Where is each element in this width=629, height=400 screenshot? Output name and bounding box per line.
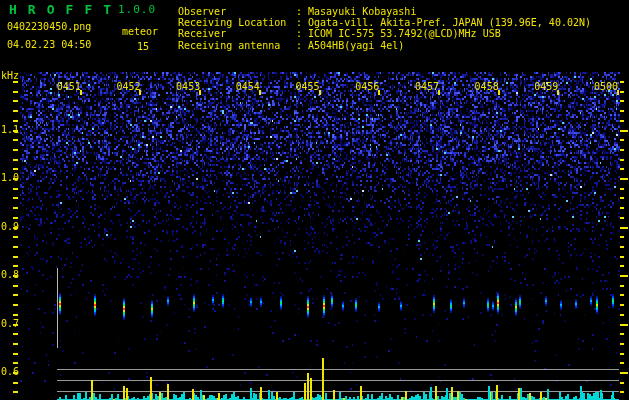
info-label: Receiver — [178, 29, 296, 39]
time-tick-label: 0451 — [57, 82, 81, 92]
info-value: : Masayuki Kobayashi — [296, 6, 416, 17]
count-value: 15 — [137, 42, 149, 52]
mode-label: meteor — [122, 27, 158, 37]
time-tick-label: 0454 — [236, 82, 260, 92]
freq-tick-label: 0.7 — [1, 319, 19, 329]
spectrogram-canvas — [0, 0, 629, 400]
time-tick-label: 0456 — [355, 82, 379, 92]
time-tick-label: 0459 — [534, 82, 558, 92]
info-value: : ICOM IC-575 53.7492(@LCD)MHz USB — [296, 28, 501, 39]
station-info-row: Observer: Masayuki Kobayashi — [178, 7, 416, 17]
hrofft-screen: H R O F F T 1.0.0 0402230450.png meteor … — [0, 0, 629, 400]
time-tick-label: 0458 — [475, 82, 499, 92]
station-info-row: Receiving Location: Ogata-vill. Akita-Pr… — [178, 18, 591, 28]
freq-tick-label: 1.1 — [1, 125, 19, 135]
info-value: : A504HB(yagi 4el) — [296, 40, 404, 51]
datetime-label: 04.02.23 04:50 — [7, 40, 91, 50]
freq-tick-label: 0.6 — [1, 367, 19, 377]
time-tick-label: 0452 — [116, 82, 140, 92]
freq-axis-unit-label: kHz — [1, 71, 19, 81]
app-version: 1.0.0 — [118, 4, 156, 15]
output-filename: 0402230450.png — [7, 22, 91, 32]
time-tick-label: 0455 — [296, 82, 320, 92]
station-info-row: Receiver: ICOM IC-575 53.7492(@LCD)MHz U… — [178, 29, 501, 39]
time-tick-label: 0500 — [594, 82, 618, 92]
info-label: Receiving Location — [178, 18, 296, 28]
freq-tick-label: 0.8 — [1, 270, 19, 280]
station-info-row: Receiving antenna: A504HB(yagi 4el) — [178, 41, 404, 51]
freq-tick-label: 0.9 — [1, 222, 19, 232]
info-label: Receiving antenna — [178, 41, 296, 51]
freq-tick-label: 1.0 — [1, 173, 19, 183]
app-title: H R O F F T — [9, 3, 113, 16]
time-tick-label: 0453 — [176, 82, 200, 92]
info-label: Observer — [178, 7, 296, 17]
time-tick-label: 0457 — [415, 82, 439, 92]
info-value: : Ogata-vill. Akita-Pref. JAPAN (139.96E… — [296, 17, 591, 28]
